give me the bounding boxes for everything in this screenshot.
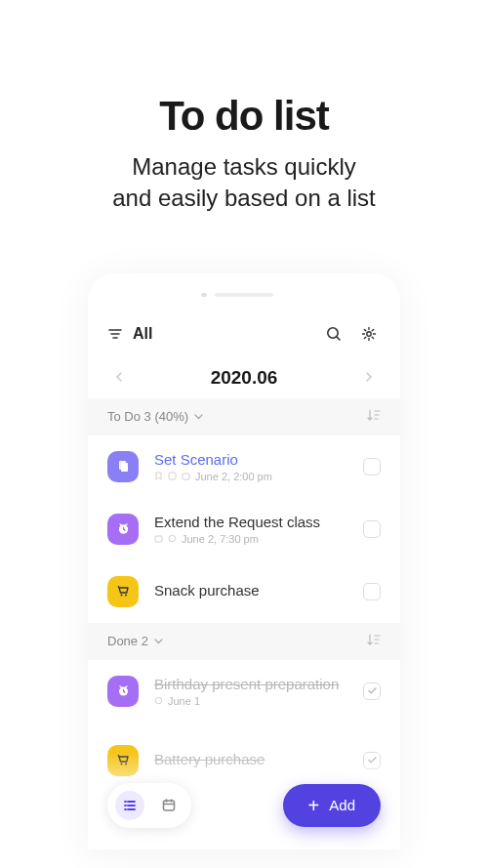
- svg-point-10: [120, 595, 122, 597]
- done-section-label: Done 2: [107, 634, 148, 648]
- search-icon[interactable]: [322, 322, 346, 346]
- svg-point-1: [367, 332, 371, 336]
- subtitle-line-1: Manage tasks quickly: [0, 151, 488, 183]
- calendar-icon: [182, 472, 190, 480]
- sort-icon[interactable]: [367, 634, 381, 648]
- prev-month-button[interactable]: [115, 370, 123, 386]
- task-row[interactable]: Birthday present preparation June 1: [88, 660, 400, 723]
- calendar-icon: [154, 534, 163, 543]
- calendar-view-button[interactable]: [154, 791, 183, 820]
- task-title: Birthday present preparation: [154, 676, 363, 692]
- add-button[interactable]: + Add: [283, 784, 381, 827]
- svg-rect-8: [155, 536, 162, 542]
- svg-point-9: [169, 536, 175, 542]
- month-label[interactable]: 2020.06: [211, 367, 278, 389]
- task-row[interactable]: Snack purchase: [88, 560, 400, 623]
- task-date: June 1: [168, 695, 200, 707]
- todo-section-header[interactable]: To Do 3 (40%): [88, 398, 400, 435]
- done-section-header[interactable]: Done 2: [88, 623, 400, 660]
- svg-rect-5: [183, 474, 189, 479]
- svg-rect-3: [121, 463, 128, 472]
- svg-point-14: [120, 764, 122, 765]
- next-month-button[interactable]: [365, 370, 373, 386]
- svg-rect-4: [169, 473, 176, 479]
- settings-icon[interactable]: [357, 322, 381, 346]
- filter-icon[interactable]: [107, 326, 123, 342]
- task-checkbox[interactable]: [363, 458, 381, 475]
- filter-label[interactable]: All: [133, 325, 310, 343]
- task-row[interactable]: Set Scenario June 2, 2:00 pm: [88, 435, 400, 498]
- task-title: Set Scenario: [154, 451, 363, 468]
- chevron-down-icon: [194, 411, 203, 422]
- list-view-button[interactable]: [115, 791, 144, 820]
- top-bar: All: [88, 314, 400, 353]
- task-title: Extend the Request class: [154, 514, 363, 530]
- page-title: To do list: [0, 93, 488, 140]
- task-meta: June 1: [154, 695, 363, 707]
- cart-icon: [107, 745, 139, 776]
- document-icon: [107, 451, 139, 482]
- task-row[interactable]: Battery purchase: [88, 723, 400, 785]
- task-row[interactable]: Extend the Request class June 2, 7:30 pm: [88, 498, 400, 560]
- chevron-down-icon: [154, 636, 163, 646]
- plus-icon: +: [308, 796, 320, 815]
- task-checkbox[interactable]: [363, 583, 381, 600]
- page-subtitle: Manage tasks quickly and easily based on…: [0, 151, 488, 215]
- task-meta: June 2, 2:00 pm: [154, 471, 363, 482]
- task-checkbox[interactable]: [363, 682, 381, 700]
- month-navigator: 2020.06: [88, 357, 400, 398]
- task-meta: June 2, 7:30 pm: [154, 533, 363, 545]
- task-title: Snack purchase: [154, 582, 363, 599]
- time-icon: [168, 534, 177, 543]
- time-icon: [154, 696, 163, 705]
- app-frame: All 2020.06 To Do 3 (40%) Set Scenario: [88, 273, 400, 849]
- cart-icon: [107, 576, 139, 607]
- subtitle-line-2: and easily based on a list: [0, 183, 488, 214]
- svg-rect-16: [164, 801, 175, 810]
- bookmark-icon: [154, 472, 163, 480]
- view-toggle: [107, 783, 191, 828]
- task-date: June 2, 2:00 pm: [195, 471, 272, 482]
- svg-point-13: [155, 698, 161, 704]
- svg-point-15: [125, 764, 127, 765]
- clock-icon: [107, 676, 139, 707]
- add-button-label: Add: [329, 797, 355, 813]
- task-date: June 2, 7:30 pm: [182, 533, 259, 545]
- repeat-icon: [168, 472, 177, 480]
- svg-point-11: [125, 595, 127, 597]
- bottom-bar: + Add: [88, 783, 400, 828]
- task-checkbox[interactable]: [363, 752, 381, 769]
- drag-handle: [215, 293, 273, 297]
- todo-section-label: To Do 3 (40%): [107, 409, 188, 424]
- task-checkbox[interactable]: [363, 520, 381, 538]
- clock-icon: [107, 514, 139, 545]
- sort-icon[interactable]: [367, 409, 381, 424]
- task-title: Battery purchase: [154, 751, 363, 767]
